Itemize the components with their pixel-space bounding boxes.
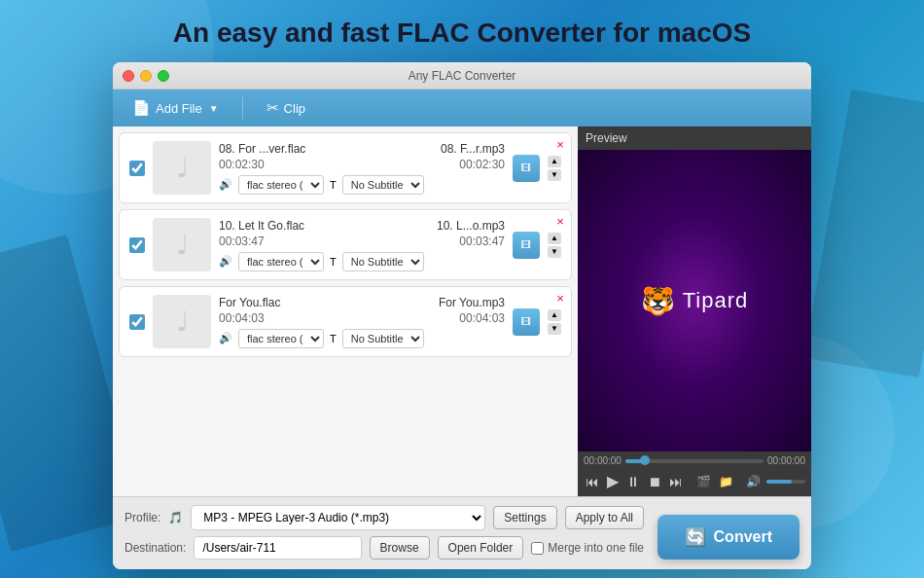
file-controls-2: 🔊 flac stereo ( T No Subtitle — [219, 252, 505, 271]
convert-section: 🔄 Convert — [657, 515, 800, 560]
playback-controls: ⏮ ▶ ⏸ ⏹ ⏭ — [584, 470, 685, 492]
add-file-icon: 📄 — [132, 99, 151, 117]
output-duration-1: 00:02:30 — [459, 158, 505, 171]
file-checkbox-2[interactable] — [129, 237, 145, 253]
audio-icon-3: 🔊 — [219, 332, 232, 344]
output-duration-3: 00:04:03 — [459, 311, 505, 325]
file-remove-btn-3[interactable]: × — [553, 291, 567, 305]
merge-checkbox[interactable] — [531, 542, 544, 555]
preview-progress-track[interactable] — [625, 459, 764, 463]
clip-button[interactable]: ✂ Clip — [259, 95, 313, 121]
audio-track-select-1[interactable]: flac stereo ( — [238, 175, 324, 195]
preview-panel: Preview 🐯 Tipard 00:00:00 00:00:00 — [578, 126, 811, 496]
preview-progress-knob[interactable] — [640, 455, 650, 465]
scroll-up-1[interactable]: ▲ — [548, 156, 561, 167]
volume-track[interactable] — [766, 480, 805, 484]
tipard-logo: 🐯 Tipard — [641, 285, 749, 317]
file-item-2: × ♩ 10. Let It Go.flac 10. L...o.mp3 00:… — [119, 209, 572, 280]
skip-back-button[interactable]: ⏮ — [584, 472, 601, 491]
file-list-area: × ♩ 08. For ...ver.flac 08. F...r.mp3 00… — [113, 126, 578, 496]
file-row-names-2: 10. Let It Go.flac 10. L...o.mp3 — [219, 219, 505, 233]
file-row-durations-2: 00:03:47 00:03:47 — [219, 235, 505, 248]
toolbar: 📄 Add File ▼ ✂ Clip — [113, 90, 811, 126]
clip-label: Clip — [284, 101, 305, 116]
maximize-button[interactable] — [158, 70, 169, 82]
convert-button[interactable]: 🔄 Convert — [657, 515, 800, 560]
file-thumb-2: ♩ — [153, 218, 211, 271]
minimize-button[interactable] — [140, 70, 152, 82]
profile-label: Profile: — [124, 511, 160, 524]
volume-icon[interactable]: 🔊 — [744, 473, 763, 490]
audio-icon-1: 🔊 — [219, 178, 232, 191]
file-scroll-2: ▲ ▼ — [548, 233, 561, 258]
open-folder-button[interactable]: Open Folder — [438, 536, 524, 560]
file-checkbox-3[interactable] — [129, 314, 145, 330]
bottom-area: Profile: 🎵 MP3 - MPEG Layer-3 Audio (*.m… — [113, 496, 811, 569]
source-duration-1: 00:02:30 — [219, 158, 265, 171]
title-bar: Any FLAC Converter — [113, 62, 811, 90]
scroll-down-3[interactable]: ▼ — [548, 323, 561, 335]
file-row-names-3: For You.flac For You.mp3 — [219, 296, 505, 309]
clip-icon: ✂ — [267, 99, 279, 117]
profile-row: Profile: 🎵 MP3 - MPEG Layer-3 Audio (*.m… — [124, 505, 644, 530]
add-file-button[interactable]: 📄 Add File ▼ — [124, 95, 227, 121]
file-row-names-1: 08. For ...ver.flac 08. F...r.mp3 — [219, 142, 505, 156]
file-controls-1: 🔊 flac stereo ( T No Subtitle — [219, 175, 505, 195]
toolbar-separator — [242, 97, 243, 119]
close-button[interactable] — [123, 70, 134, 82]
volume-fill — [766, 480, 792, 484]
apply-to-all-button[interactable]: Apply to All — [565, 506, 644, 529]
file-item-3: × ♩ For You.flac For You.mp3 00:04:03 00… — [119, 286, 572, 357]
traffic-lights — [123, 70, 169, 82]
file-controls-3: 🔊 flac stereo ( T No Subtitle — [219, 329, 505, 348]
pause-button[interactable]: ⏸ — [624, 472, 642, 491]
profile-music-icon: 🎵 — [168, 511, 183, 524]
output-name-2: 10. L...o.mp3 — [437, 219, 505, 233]
subtitle-icon-3: T — [330, 333, 337, 344]
destination-row: Destination: Browse Open Folder Merge in… — [124, 536, 644, 560]
app-window: Any FLAC Converter 📄 Add File ▼ ✂ Clip ×… — [113, 62, 811, 569]
scroll-down-1[interactable]: ▼ — [548, 169, 561, 181]
destination-input[interactable] — [194, 536, 361, 560]
add-file-dropdown-icon[interactable]: ▼ — [209, 103, 219, 114]
file-row-durations-1: 00:02:30 00:02:30 — [219, 158, 505, 171]
subtitle-select-1[interactable]: No Subtitle — [342, 175, 424, 195]
settings-button[interactable]: Settings — [493, 506, 556, 529]
file-info-3: For You.flac For You.mp3 00:04:03 00:04:… — [219, 296, 505, 348]
output-name-3: For You.mp3 — [439, 296, 505, 309]
scroll-up-3[interactable]: ▲ — [548, 309, 561, 321]
file-action-btn-3[interactable]: 🎞 — [513, 308, 540, 336]
file-action-btn-2[interactable]: 🎞 — [513, 232, 540, 259]
stop-button[interactable]: ⏹ — [646, 472, 663, 491]
file-action-icon-2: 🎞 — [521, 239, 531, 250]
subtitle-select-3[interactable]: No Subtitle — [342, 329, 424, 348]
file-remove-btn-1[interactable]: × — [553, 137, 567, 151]
file-scroll-1: ▲ ▼ — [548, 156, 561, 181]
preview-label: Preview — [578, 126, 811, 150]
main-content: × ♩ 08. For ...ver.flac 08. F...r.mp3 00… — [113, 126, 811, 496]
scroll-down-2[interactable]: ▼ — [548, 246, 561, 258]
music-note-icon-3: ♩ — [176, 306, 189, 338]
audio-track-select-2[interactable]: flac stereo ( — [238, 252, 324, 271]
folder-button[interactable]: 📁 — [717, 473, 735, 490]
window-title: Any FLAC Converter — [409, 69, 516, 83]
preview-buttons-row: ⏮ ▶ ⏸ ⏹ ⏭ 🎬 📁 🔊 — [584, 470, 805, 492]
screenshot-button[interactable]: 🎬 — [694, 473, 713, 490]
subtitle-select-2[interactable]: No Subtitle — [342, 252, 424, 271]
file-action-btn-1[interactable]: 🎞 — [513, 155, 540, 182]
browse-button[interactable]: Browse — [370, 536, 430, 560]
source-name-3: For You.flac — [219, 296, 280, 309]
file-item-1: × ♩ 08. For ...ver.flac 08. F...r.mp3 00… — [119, 132, 572, 203]
profile-select[interactable]: MP3 - MPEG Layer-3 Audio (*.mp3) — [191, 505, 485, 530]
audio-track-select-3[interactable]: flac stereo ( — [238, 329, 324, 348]
audio-icon-2: 🔊 — [219, 255, 232, 268]
merge-label: Merge into one file — [548, 541, 644, 555]
file-info-1: 08. For ...ver.flac 08. F...r.mp3 00:02:… — [219, 142, 505, 195]
file-scroll-3: ▲ ▼ — [548, 309, 561, 335]
scroll-up-2[interactable]: ▲ — [548, 233, 561, 244]
skip-forward-button[interactable]: ⏭ — [667, 472, 685, 491]
file-remove-btn-2[interactable]: × — [553, 214, 567, 228]
play-button[interactable]: ▶ — [605, 470, 621, 492]
file-checkbox-1[interactable] — [129, 161, 145, 176]
preview-video: 🐯 Tipard — [578, 150, 811, 452]
